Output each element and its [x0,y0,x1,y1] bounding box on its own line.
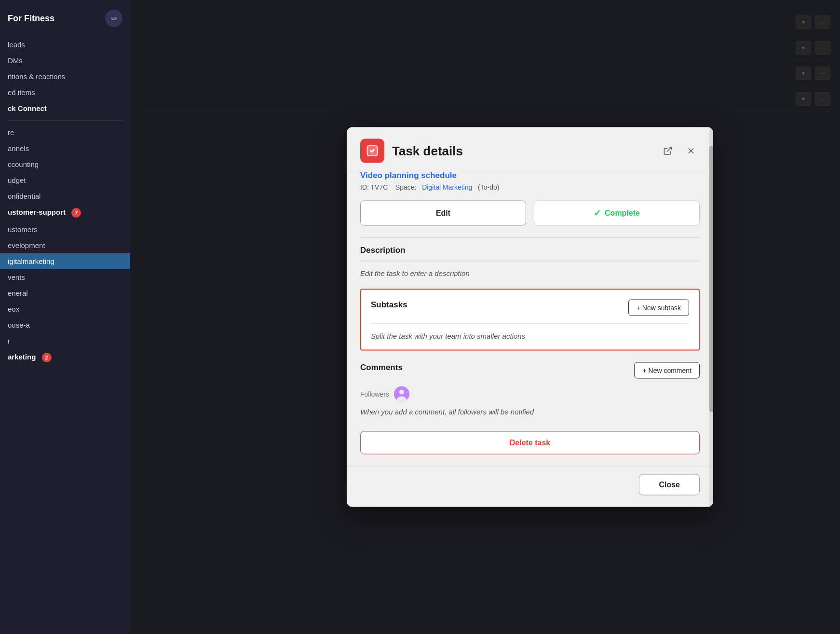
sidebar-item-re[interactable]: re [0,124,130,140]
subtasks-divider [371,324,689,324]
followers-row: Followers [360,386,700,402]
complete-button[interactable]: ✓ Complete [534,201,700,226]
sidebar-item-clickup-connect[interactable]: ck Connect [0,100,130,116]
sidebar-item-leads[interactable]: leads [0,37,130,53]
new-comment-button[interactable]: + New comment [634,362,700,379]
sidebar-item-marketing[interactable]: arketing 2 [0,349,130,366]
description-divider-2 [360,261,700,262]
edit-icon[interactable]: ✏ [105,10,122,27]
sidebar-item-events[interactable]: vents [0,269,130,285]
space-link[interactable]: Digital Marketing [422,183,472,191]
description-title: Description [360,246,700,255]
sidebar-item-customers[interactable]: ustomers [0,221,130,237]
modal-meta: ID: TV7C Space: Digital Marketing (To-do… [360,183,700,191]
task-id: ID: TV7C [360,183,388,191]
sidebar-item-development[interactable]: evelopment [0,237,130,253]
sidebar-item-geox[interactable]: eox [0,301,130,317]
sidebar: For Fitness ✏ leads DMs ntions & reactio… [0,0,130,634]
delete-task-button[interactable]: Delete task [360,431,700,455]
comments-header: Comments + New comment [360,362,700,379]
sidebar-item-confidential[interactable]: onfidential [0,188,130,204]
comments-section: Comments + New comment Followers When yo… [360,362,700,416]
subtasks-placeholder: Split the task with your team into small… [371,332,689,340]
modal-header-actions [659,142,700,160]
modal-scrollbar[interactable] [709,127,713,507]
checkmark-icon: ✓ [594,208,601,219]
marketing-badge: 2 [42,353,52,362]
modal-footer: Close [347,466,713,507]
sidebar-title: For Fitness [8,14,54,24]
close-button[interactable]: Close [639,474,700,496]
sidebar-header: For Fitness ✏ [0,10,130,37]
modal-header: Task details [347,127,713,171]
sidebar-divider [8,120,122,121]
sidebar-item-house-a[interactable]: ouse-a [0,317,130,333]
close-modal-button[interactable] [682,142,700,160]
sidebar-item-digitalmarketing[interactable]: igitalmarketing [0,253,130,269]
subtasks-title: Subtasks [371,300,407,310]
modal-scrollbar-thumb [709,146,713,412]
comments-title: Comments [360,363,403,372]
task-details-modal: Task details Video planning schedule ID:… [347,127,713,507]
sidebar-item-mentions[interactable]: ntions & reactions [0,69,130,84]
complete-label: Complete [605,209,640,218]
space-status: (To-do) [478,183,499,191]
sidebar-item-general[interactable]: eneral [0,285,130,301]
sidebar-item-customer-support[interactable]: ustomer-support 7 [0,204,130,221]
sidebar-item-accounting[interactable]: ccounting [0,156,130,172]
svg-point-6 [399,390,404,395]
space-label: Space: [395,183,417,191]
open-external-button[interactable] [659,142,677,160]
modal-title: Task details [392,143,651,158]
subtasks-section: Subtasks + New subtask Split the task wi… [360,289,700,351]
followers-label: Followers [360,390,389,398]
sidebar-item-dms[interactable]: DMs [0,53,130,69]
modal-actions: Edit ✓ Complete [360,201,700,226]
description-divider [360,237,700,238]
sidebar-item-channels[interactable]: annels [0,140,130,156]
sidebar-item-r[interactable]: r [0,333,130,349]
sidebar-item-budget[interactable]: udget [0,172,130,188]
comments-placeholder: When you add a comment, all followers wi… [360,408,700,416]
customer-support-badge: 7 [71,208,81,218]
modal-body: Video planning schedule ID: TV7C Space: … [347,171,713,466]
modal-task-icon [360,139,384,163]
new-subtask-button[interactable]: + New subtask [628,300,689,316]
description-placeholder: Edit the task to enter a description [360,269,700,277]
sidebar-item-saved[interactable]: ed items [0,84,130,100]
task-link[interactable]: Video planning schedule [360,171,700,180]
follower-avatar [394,386,409,402]
svg-line-2 [667,147,671,152]
subtasks-header: Subtasks + New subtask [371,300,689,316]
edit-button[interactable]: Edit [360,201,526,226]
